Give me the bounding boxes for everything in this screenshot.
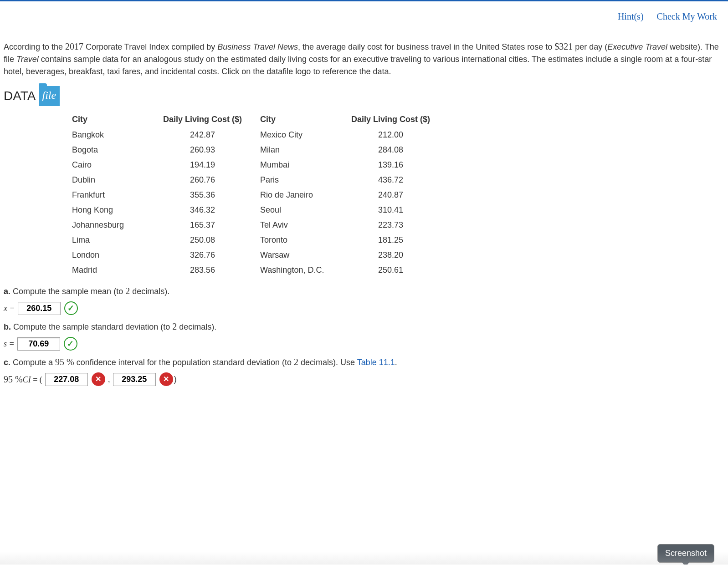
check-my-work-link[interactable]: Check My Work — [657, 11, 717, 21]
table-row: Lima250.08Toronto181.25 — [72, 233, 448, 248]
q-c-text: Compute a — [10, 358, 55, 367]
cost-cell: 355.36 — [163, 188, 260, 203]
q-c-tail: decimals). Use — [298, 358, 357, 367]
city-cell: Lima — [72, 233, 163, 248]
q-c-mid: confidence interval for the population s… — [74, 358, 294, 367]
datafile-label: DATA — [4, 87, 36, 106]
city-cell: Mumbai — [260, 158, 351, 173]
city-cell: Frankfurt — [72, 188, 163, 203]
cost-cell: 238.20 — [351, 248, 448, 263]
intro-text: , the average daily cost for business tr… — [298, 42, 554, 51]
city-cell: Seoul — [260, 203, 351, 218]
city-cell: Cairo — [72, 158, 163, 173]
city-cell: Bangkok — [72, 127, 163, 142]
intro-text: contains sample data for an analogous st… — [4, 55, 712, 76]
city-cell: Rio de Janeiro — [260, 188, 351, 203]
cost-cell: 181.25 — [351, 233, 448, 248]
incorrect-icon: ✕ — [159, 372, 173, 386]
xbar-prefix: x = — [4, 302, 15, 315]
ci-close: ) — [174, 373, 177, 386]
cost-cell: 283.56 — [163, 263, 260, 278]
ci-comma: , — [108, 373, 110, 386]
answer-b-input[interactable] — [17, 337, 60, 351]
table-row: Dublin260.76Paris436.72 — [72, 173, 448, 188]
city-cell: London — [72, 248, 163, 263]
city-cell: Milan — [260, 142, 351, 158]
q-b-label: b. — [4, 322, 11, 331]
q-a-text: Compute the sample mean (to — [10, 287, 125, 296]
city-cell: Toronto — [260, 233, 351, 248]
city-cell: Warsaw — [260, 248, 351, 263]
question-a: a. Compute the sample mean (to 2 decimal… — [4, 284, 724, 298]
city-cell: Hong Kong — [72, 203, 163, 218]
city-cell: Washington, D.C. — [260, 263, 351, 278]
cost-cell: 346.32 — [163, 203, 260, 218]
cost-cell: 250.61 — [351, 263, 448, 278]
data-table: City Daily Living Cost ($) City Daily Li… — [72, 112, 448, 278]
q-b-num: 2 — [172, 321, 177, 331]
intro-source: Business Travel News — [217, 42, 298, 51]
q-c-num: 2 — [294, 357, 298, 367]
answer-c-upper-input[interactable] — [113, 373, 156, 386]
table-row: Frankfurt355.36Rio de Janeiro240.87 — [72, 188, 448, 203]
answer-row-c: 95 %CI = ( ✕ , ✕ ) — [4, 372, 724, 386]
table-row: Bogota260.93Milan284.08 — [72, 142, 448, 158]
cost-cell: 139.16 — [351, 158, 448, 173]
fade-bottom — [0, 552, 728, 565]
intro-file: Travel — [16, 55, 39, 64]
intro-text: Corporate Travel Index compiled by — [83, 42, 217, 51]
correct-icon: ✓ — [64, 301, 78, 315]
q-b-text: Compute the sample standard deviation (t… — [11, 322, 172, 331]
city-cell: Mexico City — [260, 127, 351, 142]
answer-c-lower-input[interactable] — [45, 373, 88, 386]
cost-cell: 242.87 — [163, 127, 260, 142]
cost-cell: 165.37 — [163, 218, 260, 233]
cost-cell: 260.76 — [163, 173, 260, 188]
table-row: Madrid283.56Washington, D.C.250.61 — [72, 263, 448, 278]
ci-prefix: 95 %CI = ( — [4, 372, 42, 386]
table-header-row: City Daily Living Cost ($) City Daily Li… — [72, 112, 448, 127]
intro-text: According to the — [4, 42, 65, 51]
col-city-1: City — [72, 112, 163, 127]
cost-cell: 284.08 — [351, 142, 448, 158]
answer-row-a: x = ✓ — [4, 301, 724, 315]
table-row: Cairo194.19Mumbai139.16 — [72, 158, 448, 173]
top-links: Hint(s) Check My Work — [0, 1, 728, 23]
col-cost-1: Daily Living Cost ($) — [163, 112, 260, 127]
hints-link[interactable]: Hint(s) — [618, 11, 644, 21]
table-row: Johannesburg165.37Tel Aviv223.73 — [72, 218, 448, 233]
table-11-1-link[interactable]: Table 11.1 — [357, 358, 395, 367]
q-c-label: c. — [4, 358, 10, 367]
q-a-label: a. — [4, 287, 10, 296]
answer-a-input[interactable] — [18, 302, 61, 315]
answer-row-b: s = ✓ — [4, 337, 724, 351]
city-cell: Johannesburg — [72, 218, 163, 233]
col-city-2: City — [260, 112, 351, 127]
q-c-pct: 95 % — [55, 357, 74, 367]
intro-text: per day ( — [573, 42, 607, 51]
col-cost-2: Daily Living Cost ($) — [351, 112, 448, 127]
question-c: c. Compute a 95 % confidence interval fo… — [4, 355, 724, 369]
cost-cell: 212.00 — [351, 127, 448, 142]
city-cell: Dublin — [72, 173, 163, 188]
city-cell: Tel Aviv — [260, 218, 351, 233]
q-a-tail: decimals). — [130, 287, 169, 296]
intro-year: 2017 — [65, 41, 83, 51]
q-c-end: . — [395, 358, 397, 367]
intro-amount: $321 — [554, 41, 573, 51]
table-row: Hong Kong346.32Seoul310.41 — [72, 203, 448, 218]
datafile-button[interactable]: DATA file — [4, 86, 60, 106]
problem-intro: According to the 2017 Corporate Travel I… — [4, 40, 724, 78]
question-b: b. Compute the sample standard deviation… — [4, 320, 724, 333]
cost-cell: 326.76 — [163, 248, 260, 263]
file-icon: file — [39, 86, 60, 106]
cost-cell: 194.19 — [163, 158, 260, 173]
cost-cell: 240.87 — [351, 188, 448, 203]
city-cell: Paris — [260, 173, 351, 188]
cost-cell: 223.73 — [351, 218, 448, 233]
q-b-tail: decimals). — [177, 322, 216, 331]
cost-cell: 310.41 — [351, 203, 448, 218]
intro-source2: Executive Travel — [607, 42, 667, 51]
table-row: London326.76Warsaw238.20 — [72, 248, 448, 263]
city-cell: Madrid — [72, 263, 163, 278]
